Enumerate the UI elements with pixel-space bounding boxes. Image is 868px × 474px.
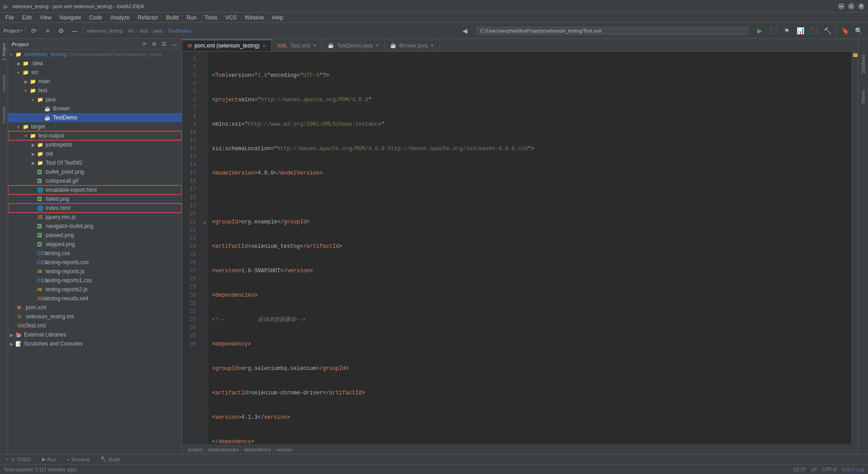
tab-pom-xml-close[interactable]: ✕ bbox=[262, 43, 266, 48]
tree-scratches[interactable]: ▶ 📝 Scratches and Consoles bbox=[8, 339, 182, 348]
coverage-button[interactable]: ⚑ bbox=[781, 25, 793, 37]
menu-edit[interactable]: Edit bbox=[19, 14, 35, 22]
bookmark-button[interactable]: 🔖 bbox=[839, 25, 851, 37]
left-tab-favorites[interactable]: Favorites bbox=[1, 104, 7, 126]
minimize-button[interactable]: — bbox=[838, 3, 844, 9]
debug-button[interactable]: ⬛ bbox=[767, 25, 779, 37]
tree-test-of-testng[interactable]: ▶ 📁 Test Of TestNG bbox=[8, 158, 182, 167]
menu-run[interactable]: Run bbox=[183, 14, 200, 22]
tree-idea[interactable]: ▶ 📁 .idea bbox=[8, 59, 182, 68]
tree-pom-xml[interactable]: M pom.xml bbox=[8, 303, 182, 312]
todo-icon: ✓ bbox=[5, 456, 9, 462]
collapse-all-button[interactable]: ≡ bbox=[42, 25, 53, 37]
build-proj-button[interactable]: 🔨 bbox=[821, 25, 833, 37]
tree-collapseall[interactable]: 🖼 collapseall.gif bbox=[8, 176, 182, 185]
tree-testdemo[interactable]: ☕ TestDemo bbox=[8, 113, 182, 122]
tab-pom-xml[interactable]: M pom.xml (selenium_testng) ✕ bbox=[182, 39, 272, 51]
project-sync-btn[interactable]: ⟳ bbox=[140, 40, 148, 48]
tab-testdemo-java[interactable]: ☕ TestDemo.java ✕ bbox=[322, 39, 385, 51]
tree-root[interactable]: ▾ 📁 selenium_testng C:\Users\wuzha\IdeaP… bbox=[8, 50, 182, 59]
bottom-tab-todo[interactable]: ✓ 6: TODO bbox=[4, 455, 33, 463]
bottom-tab-terminal[interactable]: ▪ Terminal bbox=[66, 456, 91, 463]
menu-build[interactable]: Build bbox=[163, 14, 182, 22]
code-line-2: <project xmlns="http://maven.apache.org/… bbox=[212, 96, 848, 104]
tree-test-xml[interactable]: XML Test.xml bbox=[8, 321, 182, 330]
tree-testng-reports-css[interactable]: CSS testng-reports.css bbox=[8, 258, 182, 267]
breadcrumb-dependencies[interactable]: dependencies bbox=[208, 447, 239, 452]
bottom-tab-run[interactable]: ▶ Run bbox=[40, 455, 58, 463]
tab-test-xml[interactable]: XML Test.xml ✕ bbox=[272, 39, 322, 51]
tree-failed-png[interactable]: 🖼 failed.png bbox=[8, 194, 182, 204]
tree-testng-results-xml[interactable]: XML testng-results.xml bbox=[8, 294, 182, 303]
close-button[interactable]: ✕ bbox=[858, 3, 864, 9]
tree-testng-reports2-js[interactable]: JS testng-reports2.js bbox=[8, 285, 182, 294]
tree-emailable-report[interactable]: 🌐 emailable-report.html bbox=[8, 185, 182, 194]
app-title: selenium_testng - pom.xml (selenium_test… bbox=[12, 4, 144, 9]
tab-testdemo-icon: ☕ bbox=[328, 43, 334, 48]
breadcrumb-version[interactable]: version bbox=[277, 447, 292, 452]
breadcrumb-project[interactable]: project bbox=[188, 447, 203, 452]
right-tab-database[interactable]: Database bbox=[860, 52, 867, 76]
code-editor[interactable]: <?xml version="1.0" encoding="UTF-8"?> <… bbox=[208, 52, 852, 444]
code-line-3: xmlns:xsi="http://www.w3.org/2001/XMLSch… bbox=[212, 120, 848, 128]
bottom-tab-build[interactable]: 🔨 Build bbox=[99, 455, 121, 463]
tree-brower[interactable]: ☕ Brower bbox=[8, 104, 182, 113]
back-button[interactable]: ◀ bbox=[459, 25, 471, 37]
right-tab-maven[interactable]: Maven bbox=[860, 88, 867, 105]
project-close-btn[interactable]: — bbox=[170, 40, 178, 48]
menu-file[interactable]: File bbox=[2, 14, 18, 22]
status-event-log[interactable]: Event Log bbox=[842, 467, 864, 472]
project-dropdown-arrow[interactable]: ▾ bbox=[20, 28, 22, 33]
stop-button[interactable]: ⬛ bbox=[808, 25, 820, 37]
tree-skipped-png[interactable]: 🖼 skipped.png bbox=[8, 240, 182, 249]
tree-jquery[interactable]: JS jquery.min.js bbox=[8, 213, 182, 222]
left-tab-project[interactable]: 1: Project bbox=[1, 41, 7, 63]
sync-files-button[interactable]: ⟳ bbox=[28, 25, 40, 37]
status-charset: UTF-8 bbox=[822, 467, 836, 472]
tab-brower-java[interactable]: ☕ Brower.java ✕ bbox=[385, 39, 440, 51]
tree-target[interactable]: ▾ 📁 target bbox=[8, 122, 182, 131]
menu-help[interactable]: Help bbox=[269, 14, 287, 22]
tree-src[interactable]: ▾ 📁 src bbox=[8, 68, 182, 77]
app-icon: ▶ bbox=[4, 3, 9, 10]
tree-test[interactable]: ▾ 📁 test bbox=[8, 86, 182, 95]
left-tab-structure[interactable]: Structure bbox=[1, 72, 7, 95]
close-panel-button[interactable]: — bbox=[69, 25, 80, 37]
menu-refactor[interactable]: Refactor bbox=[134, 14, 162, 22]
settings-button[interactable]: ⚙ bbox=[55, 25, 67, 37]
tree-selenium-iml[interactable]: ⚙ selenium_testng.iml bbox=[8, 312, 182, 321]
tree-navigator-bullet[interactable]: 🖼 navigator-bullet.png bbox=[8, 222, 182, 231]
tab-testdemo-close[interactable]: ✕ bbox=[375, 43, 379, 48]
menu-view[interactable]: View bbox=[36, 14, 55, 22]
build-label: Build bbox=[108, 457, 119, 462]
tree-index-html[interactable]: 🌐 index.html bbox=[8, 204, 182, 213]
menu-analyze[interactable]: Analyze bbox=[107, 14, 133, 22]
tree-testng-reports-js[interactable]: JS testng-reports.js bbox=[8, 267, 182, 276]
tree-java[interactable]: ▾ 📁 java bbox=[8, 95, 182, 104]
project-gear-btn[interactable]: ☰ bbox=[160, 40, 168, 48]
tree-testng-reports1-css[interactable]: CSS testng-reports1.css bbox=[8, 276, 182, 285]
menu-vcs[interactable]: VCS bbox=[222, 14, 241, 22]
tree-passed-png[interactable]: 🖼 passed.png bbox=[8, 231, 182, 240]
tab-test-xml-close[interactable]: ✕ bbox=[313, 43, 316, 48]
menu-window[interactable]: Window bbox=[241, 14, 268, 22]
tree-external-libraries[interactable]: ▶ 📚 External Libraries bbox=[8, 330, 182, 339]
menu-navigate[interactable]: Navigate bbox=[56, 14, 85, 22]
tree-testng-css[interactable]: CSS testng.css bbox=[8, 249, 182, 258]
run-button[interactable]: ▶ bbox=[754, 25, 765, 37]
tab-brower-close[interactable]: ✕ bbox=[430, 43, 434, 48]
tree-main[interactable]: ▶ 📁 main bbox=[8, 77, 182, 86]
tree-test-output[interactable]: ▾ 📁 test-output bbox=[8, 131, 182, 140]
menu-code[interactable]: Code bbox=[85, 14, 106, 22]
breadcrumb-dependency[interactable]: dependency bbox=[244, 447, 271, 452]
tree-old[interactable]: ▶ 📁 old bbox=[8, 149, 182, 158]
profiler-button[interactable]: 📊 bbox=[794, 25, 806, 37]
search-everywhere-button[interactable]: 🔍 bbox=[853, 25, 864, 37]
project-settings-btn[interactable]: ⚙ bbox=[150, 40, 158, 48]
tree-bullet-point[interactable]: 🖼 bullet_point.png bbox=[8, 167, 182, 176]
menu-tools[interactable]: Tools bbox=[201, 14, 221, 22]
title-bar-right[interactable]: — □ ✕ bbox=[838, 3, 864, 9]
tree-junitreports[interactable]: ▶ 📁 junitreports bbox=[8, 140, 182, 149]
warning-icon-line21[interactable]: ⚠ bbox=[200, 218, 208, 226]
maximize-button[interactable]: □ bbox=[848, 3, 854, 9]
